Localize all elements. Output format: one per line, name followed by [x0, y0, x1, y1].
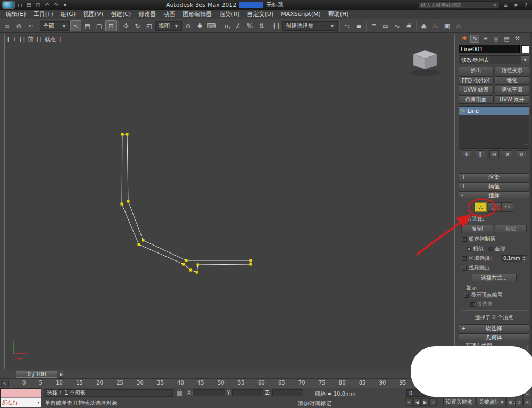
menu-item-group[interactable]: 组(G) — [57, 10, 79, 18]
search-box[interactable]: ⌕ — [419, 1, 500, 9]
maximize-viewport-toggle[interactable]: ◰ — [523, 398, 531, 406]
next-frame-button[interactable]: ▶ — [59, 371, 64, 378]
y-coordinate-field[interactable] — [232, 389, 263, 396]
line001-spline-shape[interactable] — [122, 134, 251, 272]
spline-subobject-button[interactable]: ◠ — [501, 202, 513, 212]
track-bar[interactable]: 0 5 10 15 20 25 30 35 40 45 50 55 60 65 … — [0, 379, 455, 388]
select-object-button[interactable]: ↖ — [70, 20, 81, 31]
z-coordinate-field[interactable] — [272, 389, 303, 396]
modifier-button-uvw-map[interactable]: UVW 贴图 — [459, 86, 494, 94]
new-scene-icon[interactable]: ◻ — [16, 1, 24, 9]
utilities-tab-icon[interactable]: ⚒ — [513, 35, 522, 43]
curve-editor-button[interactable]: ∿ — [392, 20, 403, 31]
save-file-icon[interactable]: ◫ — [34, 1, 42, 9]
listener-line[interactable]: 所在行 ▾ — [1, 398, 41, 407]
modifier-button-taper[interactable]: 锥化 — [495, 76, 530, 85]
schematic-view-button[interactable]: # — [403, 20, 414, 31]
menu-item-animation[interactable]: 动画 — [160, 10, 179, 18]
show-vertex-numbers-checkbox[interactable]: 显示顶点编号 — [463, 291, 525, 299]
x-coordinate-field[interactable] — [194, 389, 225, 396]
modifier-button-ffd[interactable]: FFD 4x4x4 — [459, 76, 494, 85]
remove-modifier-icon[interactable]: ✕ — [503, 150, 512, 158]
go-to-start-button[interactable]: « — [405, 398, 413, 406]
object-name-field[interactable] — [459, 45, 520, 53]
orbit-icon[interactable]: ↺ — [515, 398, 523, 406]
reference-coordinate-dropdown[interactable]: 视图 ▾ — [155, 21, 182, 31]
alike-radio[interactable] — [467, 247, 471, 251]
use-pivot-point-button[interactable]: ⊙ — [182, 20, 194, 31]
viewport-canvas[interactable] — [5, 34, 454, 369]
macro-recorder-line[interactable] — [1, 389, 41, 398]
named-selection-sets-dropdown[interactable]: 创建选择集 ▾ — [282, 21, 338, 31]
viewport-label[interactable]: [ + ] [ 前 ] [ 线框 ] — [7, 36, 61, 43]
graphite-ribbon-toggle[interactable]: ▭ — [380, 20, 391, 31]
modifier-button-path-deform[interactable]: 路径变形 — [495, 67, 530, 75]
select-and-manipulate-button[interactable]: ✱ — [194, 20, 205, 31]
select-by-button[interactable]: 选择方式... — [472, 274, 517, 282]
hierarchy-tab-icon[interactable]: ⊞ — [481, 35, 490, 43]
select-and-rotate-button[interactable]: ↻ — [132, 20, 143, 31]
modifier-stack[interactable]: ∿ Line ∷ — [459, 106, 529, 149]
modifier-button-extrude[interactable]: 挤出 — [459, 67, 494, 75]
modifier-button-bevel-profile[interactable]: 倒角剖面 — [459, 95, 494, 104]
quick-access-dropdown-icon[interactable]: ▾ — [61, 1, 69, 9]
add-time-tag[interactable]: 添加时间标记 — [298, 400, 331, 407]
selection-lock-toggle[interactable] — [177, 391, 182, 396]
rollout-rendering[interactable]: + 渲染 — [459, 173, 529, 181]
rectangular-selection-region-button[interactable]: ▢ — [94, 20, 105, 31]
handle-scope-radios[interactable]: 相似 全部 — [459, 245, 529, 252]
redo-icon[interactable]: ↷ — [52, 1, 60, 9]
create-tab-icon[interactable]: ✱ — [460, 35, 469, 43]
rollout-soft-selection[interactable]: + 软选择 — [459, 324, 529, 332]
stack-item-line[interactable]: ∿ Line — [459, 107, 529, 115]
zoom-extents-selected-icon[interactable]: ⊛ — [506, 398, 514, 406]
render-production-button[interactable]: ♨ — [453, 20, 464, 31]
edit-named-selection-sets-button[interactable]: {} — [271, 20, 282, 31]
menu-item-maxscript[interactable]: MAXScript(M) — [277, 11, 325, 18]
modifier-list-dropdown[interactable]: 修改器列表 ▾ — [459, 55, 529, 64]
spin-down-icon[interactable]: ▾ — [523, 258, 525, 261]
stack-resize-grip[interactable]: ∷ — [525, 143, 528, 148]
modifier-button-unwrap-uvw[interactable]: UVW 展开 — [495, 95, 530, 104]
menu-item-modifiers[interactable]: 修改器 — [135, 10, 160, 18]
copy-button[interactable]: 复制 — [461, 225, 493, 233]
help-icon[interactable]: ? — [522, 1, 530, 9]
segment-end-checkbox[interactable]: 线段端点 — [459, 264, 529, 272]
front-viewport[interactable]: [ + ] [ 前 ] [ 线框 ] — [4, 34, 455, 369]
chevron-down-icon[interactable]: ▾ — [521, 56, 529, 64]
select-by-name-button[interactable]: ▤ — [82, 20, 93, 31]
menu-item-customize[interactable]: 自定义(U) — [244, 10, 278, 18]
area-selection-checkbox[interactable]: 区域选择: 0.1mm ▴ ▾ — [459, 255, 529, 262]
keyboard-shortcut-override-toggle[interactable]: ⌨ — [206, 20, 217, 31]
layer-manager-button[interactable]: ≣ — [368, 20, 379, 31]
render-setup-button[interactable]: ♨ — [430, 20, 441, 31]
communication-center-icon[interactable]: ⌂ — [502, 1, 510, 9]
menu-item-create[interactable]: 创建(C) — [107, 10, 135, 18]
menu-item-views[interactable]: 视图(V) — [79, 10, 107, 18]
viewcube[interactable] — [410, 50, 440, 76]
modifier-button-turbosmooth[interactable]: 涡轮平滑 — [495, 86, 530, 94]
undo-icon[interactable]: ↶ — [43, 1, 51, 9]
set-key-button[interactable]: 设置关键点 — [443, 398, 475, 406]
menu-item-rendering[interactable]: 渲染(R) — [215, 10, 243, 18]
angle-snap-toggle[interactable]: ∠ — [232, 20, 244, 31]
bind-to-space-warp-icon[interactable]: ≈ — [25, 20, 36, 31]
show-end-result-icon[interactable]: ‖ — [476, 150, 485, 158]
play-button[interactable]: ▶ — [421, 398, 429, 406]
motion-tab-icon[interactable]: ◎ — [492, 35, 501, 43]
modify-tab-icon[interactable]: ∿ — [470, 35, 479, 43]
selected-only-checkbox[interactable]: 仅选定 — [463, 300, 525, 308]
app-logo[interactable] — [2, 1, 15, 9]
window-crossing-toggle[interactable]: ⊡ — [105, 20, 117, 31]
display-tab-icon[interactable]: ▤ — [502, 35, 511, 43]
menu-item-edit[interactable]: 编辑(E) — [2, 10, 30, 18]
mirror-button[interactable]: ⇋ — [342, 20, 353, 31]
pin-stack-icon[interactable]: ✜ — [462, 150, 471, 158]
object-color-swatch[interactable] — [521, 45, 529, 53]
percent-snap-toggle[interactable]: % — [244, 20, 255, 31]
select-and-move-button[interactable]: ✣ — [120, 20, 131, 31]
lock-handles-checkbox[interactable]: 锁定控制柄 — [459, 235, 529, 243]
search-icon[interactable]: ⌕ — [491, 1, 499, 9]
menu-item-graph-editors[interactable]: 图形编辑器 — [179, 10, 215, 18]
previous-frame-button[interactable]: ◀ — [413, 398, 421, 406]
